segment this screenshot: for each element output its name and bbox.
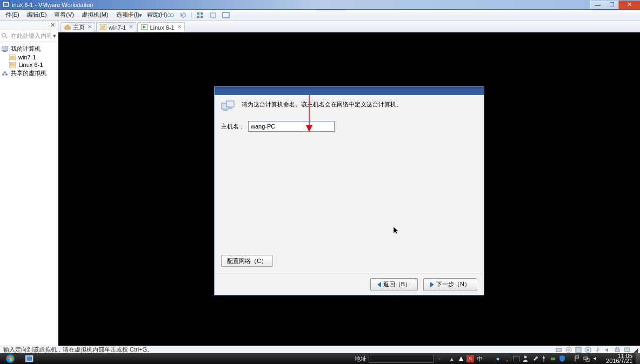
arrow-right-icon [430, 282, 434, 287]
back-button[interactable]: 返回（B） [370, 278, 418, 291]
svg-rect-5 [197, 12, 199, 15]
ime-punct-icon[interactable]: ゝ [485, 355, 492, 362]
address-go-icon[interactable]: → [436, 355, 442, 362]
svg-point-2 [155, 13, 159, 17]
usb-icon[interactable] [595, 347, 601, 353]
menu-file[interactable]: 件(E) [2, 10, 23, 20]
start-button[interactable] [0, 353, 21, 364]
tray-network-icon[interactable] [583, 355, 590, 362]
window-title: inux 6-1 - VMware Workstation [12, 2, 93, 8]
svg-rect-34 [576, 347, 581, 353]
svg-point-21 [4, 71, 6, 73]
fullscreen-icon[interactable] [221, 10, 231, 20]
svg-rect-26 [226, 101, 234, 107]
tree-label: win7-1 [18, 54, 36, 60]
svg-point-19 [2, 73, 4, 76]
cd-icon[interactable] [565, 347, 572, 353]
svg-rect-41 [8, 356, 10, 358]
action-center-icon[interactable] [457, 355, 465, 362]
svg-rect-6 [201, 12, 203, 15]
unity-icon[interactable] [208, 10, 218, 20]
svg-rect-50 [551, 358, 555, 360]
tray-expand-icon[interactable]: ▴ [448, 355, 456, 362]
svg-rect-44 [10, 359, 12, 361]
ime-softkbd-icon[interactable] [512, 355, 520, 362]
vm-running-icon [141, 24, 148, 31]
show-desktop-button[interactable] [636, 353, 640, 364]
toolbar: II ▾ [119, 10, 231, 21]
tray-shield-icon[interactable] [558, 355, 566, 362]
tab-win7-1[interactable]: win7-1 ✕ [96, 22, 136, 32]
tray-gap [568, 355, 572, 362]
printer-icon[interactable] [614, 347, 621, 353]
tab-linux-6-1[interactable]: Linux 6-1 ✕ [137, 22, 184, 32]
tab-close-button[interactable]: ✕ [128, 24, 134, 29]
svg-rect-47 [513, 356, 519, 361]
thumbnail-icon[interactable] [195, 10, 205, 20]
tree-node-vm-linux-6-1[interactable]: Linux 6-1 [1, 61, 57, 69]
snapshot-manager-icon[interactable] [165, 10, 175, 20]
resize-grip-icon: ◢ [634, 347, 637, 353]
tray-volume-icon[interactable] [592, 355, 599, 362]
tab-close-button[interactable]: ✕ [177, 24, 182, 29]
sidebar-close-button[interactable]: ✕ [49, 22, 56, 29]
window-minimize-button[interactable]: — [590, 1, 604, 9]
tray-app-icon[interactable]: S [466, 355, 474, 362]
svg-rect-8 [201, 16, 203, 18]
svg-rect-38 [616, 347, 618, 349]
sound-icon[interactable] [604, 347, 611, 353]
window-close-button[interactable]: ✕ [618, 1, 640, 9]
menu-vm[interactable]: 虚拟机(M) [78, 10, 112, 20]
pause-button[interactable]: II [123, 10, 132, 20]
snapshot-icon[interactable] [152, 10, 162, 20]
tray-safely-remove-icon[interactable] [549, 355, 557, 362]
ime-wrench-icon[interactable] [531, 355, 538, 362]
svg-rect-7 [197, 16, 199, 18]
vmware-icon [2, 1, 10, 9]
menu-view[interactable]: 查看(V) [51, 10, 77, 20]
svg-rect-31 [556, 348, 562, 352]
sidebar-search-dropdown[interactable]: ▾ [50, 30, 58, 42]
address-input[interactable] [369, 355, 434, 363]
tab-close-button[interactable]: ✕ [87, 24, 92, 29]
tab-home[interactable]: 主页 ✕ [61, 22, 95, 32]
tree-node-shared-vms[interactable]: 共享的虚拟机 [1, 69, 57, 78]
computers-icon [221, 100, 236, 113]
hostname-input[interactable] [248, 121, 335, 132]
floppy-icon[interactable] [575, 347, 582, 353]
next-button[interactable]: 下一步（N） [423, 278, 477, 291]
menu-edit[interactable]: 编辑(E) [24, 10, 50, 20]
ime-pin-icon[interactable] [540, 355, 548, 362]
message-icon[interactable] [624, 347, 630, 353]
ime-comma-icon[interactable]: , [503, 355, 511, 362]
search-icon [0, 32, 9, 40]
tray-flag-icon[interactable] [574, 355, 581, 362]
vm-console[interactable]: 请为这台计算机命名。该主机名会在网络中定义这台计算机。 主机名： 配置网络（C） [58, 32, 640, 346]
window-maximize-button[interactable]: ☐ [604, 1, 618, 9]
svg-rect-39 [624, 348, 630, 352]
windows-taskbar: 地址 → ▴ S 中 ゝ ● , 11:05 2016/7/21 [0, 353, 640, 364]
svg-point-11 [2, 33, 6, 37]
svg-rect-18 [10, 63, 15, 66]
tree-node-my-computer[interactable]: 我的计算机 [1, 44, 57, 53]
home-icon [64, 24, 71, 31]
ime-person-icon[interactable] [522, 355, 529, 362]
tree-node-vm-win7-1[interactable]: win7-1 [1, 53, 57, 61]
device-icons: ◢ [556, 347, 637, 353]
taskbar-app-vmware[interactable] [21, 353, 38, 364]
revert-icon[interactable] [178, 10, 188, 20]
network-icon[interactable] [585, 347, 591, 353]
ime-full-icon[interactable]: ● [494, 355, 502, 362]
hdd-icon[interactable] [556, 347, 562, 353]
taskbar-clock[interactable]: 11:05 2016/7/21 [603, 354, 636, 363]
configure-network-button[interactable]: 配置网络（C） [221, 255, 273, 267]
svg-rect-43 [8, 359, 10, 361]
computer-icon [1, 46, 9, 52]
svg-rect-14 [3, 51, 6, 52]
dropdown-icon[interactable]: ▾ [136, 10, 145, 20]
sidebar-search-input[interactable]: 在此处键入内容进行… [9, 32, 50, 40]
library-sidebar: ✕ 在此处键入内容进行… ▾ 我的计算机 win7-1 Linux 6-1 [0, 21, 58, 346]
sidebar-search[interactable]: 在此处键入内容进行… ▾ [0, 30, 58, 42]
ime-icon[interactable]: 中 [476, 355, 483, 362]
arrow-left-icon [377, 282, 381, 287]
